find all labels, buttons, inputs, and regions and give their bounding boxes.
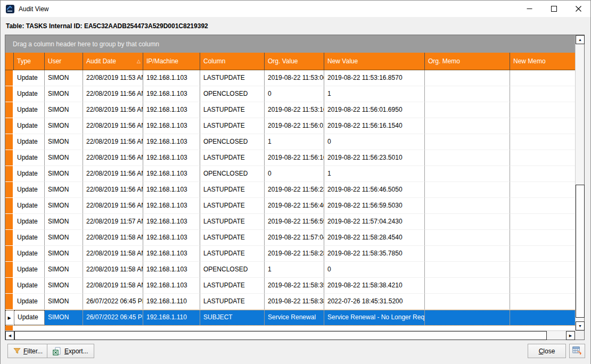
cell-new-memo[interactable] [510, 150, 575, 166]
cell-audit-date[interactable]: 22/08/2019 11:56 AM [83, 134, 143, 150]
vertical-scroll-track[interactable] [576, 44, 584, 321]
vertical-scroll-thumb[interactable] [576, 185, 585, 318]
cell-org-value[interactable]: 0 [265, 86, 324, 102]
cell-org-value[interactable]: 1 [265, 134, 324, 150]
cell-new-memo[interactable] [510, 70, 575, 86]
cell-type[interactable]: Update [14, 102, 45, 118]
cell-org-memo[interactable] [425, 262, 510, 278]
cell-audit-date[interactable]: 22/08/2019 11:58 AM [83, 246, 143, 262]
cell-user[interactable]: SIMON [45, 150, 83, 166]
cell-audit-date[interactable]: 22/08/2019 11:56 AM [83, 150, 143, 166]
cell-column[interactable]: LASTUPDATE [200, 150, 265, 166]
cell-column[interactable]: OPENCLOSED [200, 86, 265, 102]
cell-new-memo[interactable] [510, 262, 575, 278]
cell-type[interactable]: Update [14, 294, 45, 310]
cell-new-memo[interactable] [510, 246, 575, 262]
cell-column[interactable]: LASTUPDATE [200, 294, 265, 310]
cell-user[interactable]: SIMON [45, 262, 83, 278]
cell-new-value[interactable]: 2019-08-22 11:56:16.1540 [324, 118, 425, 134]
export-button[interactable]: Export... [47, 344, 94, 358]
table-row[interactable]: UpdateSIMON22/08/2019 11:56 AM192.168.1.… [5, 166, 575, 182]
cell-ip-machine[interactable]: 192.168.1.103 [143, 198, 200, 214]
scroll-right-icon[interactable]: ▶ [566, 331, 575, 340]
table-row[interactable]: UpdateSIMON22/08/2019 11:56 AM192.168.1.… [5, 198, 575, 214]
cell-ip-machine[interactable]: 192.168.1.103 [143, 70, 200, 86]
cell-org-value[interactable]: 2019-08-22 11:56:59.5 [265, 214, 324, 230]
cell-user[interactable]: SIMON [45, 278, 83, 294]
table-row[interactable]: UpdateSIMON22/08/2019 11:58 AM192.168.1.… [5, 262, 575, 278]
cell-ip-machine[interactable]: 192.168.1.103 [143, 214, 200, 230]
cell-ip-machine[interactable]: 192.168.1.103 [143, 102, 200, 118]
cell-org-memo[interactable] [425, 134, 510, 150]
cell-ip-machine[interactable]: 192.168.1.103 [143, 150, 200, 166]
cell-org-value[interactable]: 2019-08-22 11:56:16.1 [265, 150, 324, 166]
cell-org-memo[interactable] [425, 70, 510, 86]
cell-new-value[interactable]: 2019-08-22 11:56:59.5030 [324, 198, 425, 214]
table-row[interactable]: UpdateSIMON26/07/2022 06:45 PM192.168.1.… [5, 294, 575, 310]
cell-org-value[interactable]: 2019-08-22 11:56:46.5 [265, 198, 324, 214]
cell-ip-machine[interactable]: 192.168.1.103 [143, 230, 200, 246]
cell-new-value[interactable]: 0 [324, 134, 425, 150]
cell-user[interactable]: SIMON [45, 118, 83, 134]
cell-org-value[interactable]: 2019-08-22 11:56:23.5 [265, 182, 324, 198]
cell-type[interactable]: Update [14, 166, 45, 182]
cell-user[interactable]: SIMON [45, 310, 83, 325]
cell-column[interactable]: LASTUPDATE [200, 278, 265, 294]
cell-type[interactable]: Update [14, 134, 45, 150]
cell-user[interactable]: SIMON [45, 86, 83, 102]
minimize-button[interactable] [517, 1, 541, 17]
cell-org-value[interactable]: Service Renewal [265, 310, 324, 325]
filter-button[interactable]: Filter... [7, 344, 48, 358]
cell-column[interactable]: LASTUPDATE [200, 102, 265, 118]
cell-org-memo[interactable] [425, 166, 510, 182]
scroll-up-icon[interactable]: ▲ [576, 35, 585, 44]
cell-org-value[interactable]: 2019-08-22 11:53:16.8 [265, 102, 324, 118]
cell-column[interactable]: LASTUPDATE [200, 214, 265, 230]
cell-ip-machine[interactable]: 192.168.1.103 [143, 166, 200, 182]
cell-column[interactable]: OPENCLOSED [200, 166, 265, 182]
cell-user[interactable]: SIMON [45, 166, 83, 182]
layout-options-button[interactable] [569, 344, 585, 358]
column-header-column[interactable]: Column [200, 53, 265, 70]
cell-new-memo[interactable] [510, 198, 575, 214]
column-header-type[interactable]: Type [14, 53, 45, 70]
cell-new-memo[interactable] [510, 166, 575, 182]
horizontal-scrollbar[interactable]: ◀ ▶ [5, 330, 584, 340]
table-row[interactable]: UpdateSIMON22/08/2019 11:58 AM192.168.1.… [5, 246, 575, 262]
cell-org-memo[interactable] [425, 86, 510, 102]
cell-audit-date[interactable]: 22/08/2019 11:58 AM [83, 230, 143, 246]
cell-user[interactable]: SIMON [45, 198, 83, 214]
table-row[interactable]: UpdateSIMON22/08/2019 11:56 AM192.168.1.… [5, 182, 575, 198]
table-row[interactable]: UpdateSIMON22/08/2019 11:57 AM192.168.1.… [5, 214, 575, 230]
cell-new-value[interactable]: 2019-08-22 11:56:46.5050 [324, 182, 425, 198]
table-row[interactable]: UpdateSIMON22/08/2019 11:56 AM192.168.1.… [5, 102, 575, 118]
cell-audit-date[interactable]: 22/08/2019 11:56 AM [83, 86, 143, 102]
cell-org-memo[interactable] [425, 310, 510, 325]
cell-new-memo[interactable] [510, 294, 575, 310]
cell-new-memo[interactable] [510, 86, 575, 102]
cell-audit-date[interactable]: 22/08/2019 11:56 AM [83, 102, 143, 118]
cell-new-memo[interactable] [510, 214, 575, 230]
cell-org-value[interactable]: 1 [265, 262, 324, 278]
cell-audit-date[interactable]: 22/08/2019 11:56 AM [83, 166, 143, 182]
cell-org-value[interactable]: 2019-08-22 11:57:04.2 [265, 230, 324, 246]
cell-org-memo[interactable] [425, 278, 510, 294]
cell-audit-date[interactable]: 22/08/2019 11:56 AM [83, 118, 143, 134]
table-row-selected[interactable]: ▶UpdateSIMON26/07/2022 06:45 PM192.168.1… [5, 310, 575, 326]
cell-new-memo[interactable] [510, 278, 575, 294]
cell-type[interactable]: Update [14, 246, 45, 262]
cell-new-value[interactable]: 2019-08-22 11:57:04.2430 [324, 214, 425, 230]
cell-new-memo[interactable] [510, 310, 575, 325]
cell-ip-machine[interactable]: 192.168.1.103 [143, 182, 200, 198]
column-header-org-value[interactable]: Org. Value [265, 53, 324, 70]
cell-ip-machine[interactable]: 192.168.1.110 [143, 310, 200, 325]
scroll-down-icon[interactable]: ▼ [576, 321, 585, 330]
cell-new-value[interactable]: 1 [324, 166, 425, 182]
cell-org-memo[interactable] [425, 198, 510, 214]
cell-org-memo[interactable] [425, 102, 510, 118]
cell-org-value[interactable]: 2019-08-22 11:53:06.2 [265, 70, 324, 86]
cell-new-value[interactable]: 2019-08-22 11:53:16.8570 [324, 70, 425, 86]
cell-type[interactable]: Update [14, 278, 45, 294]
cell-new-memo[interactable] [510, 230, 575, 246]
column-header-ip-machine[interactable]: IP/Machine [143, 53, 200, 70]
